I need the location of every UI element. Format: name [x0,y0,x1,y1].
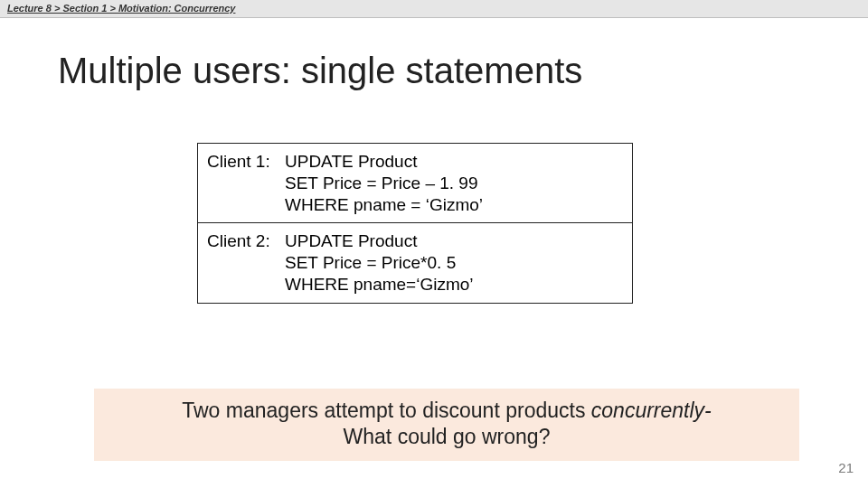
client2-code: UPDATE Product SET Price = Price*0. 5 WH… [285,230,474,295]
client1-label: Client 1: [207,151,285,173]
code-box: Client 1: UPDATE Product SET Price = Pri… [197,143,633,304]
caption-line2: What could go wrong? [344,425,551,448]
caption-line1a: Two managers attempt to discount product… [182,399,591,422]
breadcrumb-text: Lecture 8 > Section 1 > Motivation: Conc… [7,3,235,14]
caption-line1-em: concurrently- [591,399,712,422]
caption-box: Two managers attempt to discount product… [94,389,799,461]
breadcrumb: Lecture 8 > Section 1 > Motivation: Conc… [0,0,868,18]
slide-title: Multiple users: single statements [58,51,582,91]
client1-code: UPDATE Product SET Price = Price – 1. 99… [285,151,483,215]
client2-label: Client 2: [207,230,285,252]
client2-block: Client 2: UPDATE Product SET Price = Pri… [198,223,632,302]
page-number: 21 [838,460,854,475]
client1-block: Client 1: UPDATE Product SET Price = Pri… [198,144,632,223]
